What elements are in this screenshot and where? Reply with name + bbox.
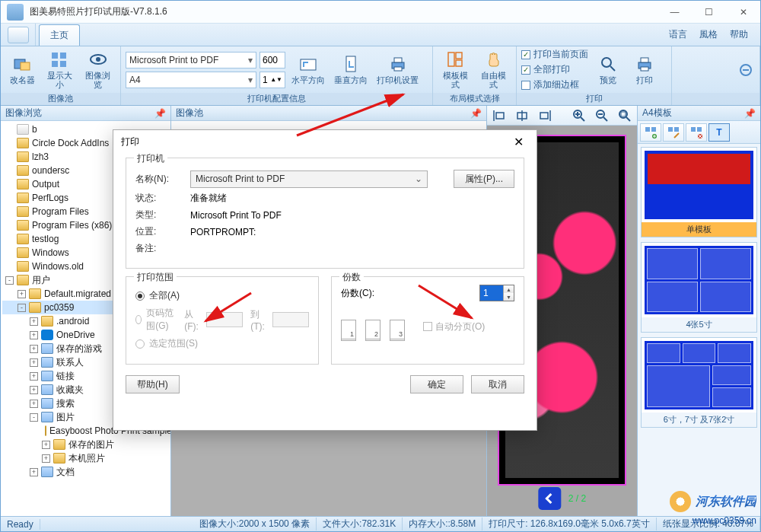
print-button[interactable]: 打印 — [628, 49, 661, 91]
dlg-location: PORTPROMPT: — [190, 227, 256, 237]
menu-language[interactable]: 语言 — [669, 28, 687, 41]
svg-rect-3 — [60, 53, 66, 59]
chk-border[interactable]: 添加细边框 — [521, 78, 588, 91]
pin-icon[interactable]: 📌 — [744, 108, 756, 119]
tree-item[interactable]: +文档 — [2, 465, 169, 479]
menu-help[interactable]: 帮助 — [730, 28, 748, 41]
dlg-properties-button[interactable]: 属性(P)... — [454, 170, 514, 188]
svg-text:T: T — [716, 127, 722, 138]
dpi-input[interactable]: 600 — [260, 52, 285, 68]
collapse-ribbon-icon[interactable] — [740, 64, 752, 76]
expander-icon[interactable]: + — [30, 372, 38, 381]
menubar: 主页 语言 風格 帮助 — [1, 24, 760, 46]
zoom-fit-button[interactable] — [616, 107, 634, 124]
expander-icon[interactable]: + — [30, 386, 38, 394]
expander-icon[interactable]: + — [30, 345, 38, 353]
ribbon: 改名器 显示大小 图像浏览 图像池 Microsoft Print to PDF… — [1, 46, 760, 106]
svg-rect-34 — [697, 127, 702, 132]
window-title: 图美易特照片打印试用版-V7.8.1.6 — [30, 5, 658, 18]
expander-icon[interactable]: + — [30, 331, 38, 339]
browse-button[interactable]: 图像浏览 — [81, 49, 116, 91]
orient-horizontal-button[interactable]: 水平方向 — [288, 49, 328, 91]
svg-rect-28 — [645, 127, 650, 132]
svg-line-22 — [581, 117, 584, 121]
menu-style[interactable]: 風格 — [699, 28, 718, 41]
dialog-title: 打印 — [121, 135, 139, 148]
zoom-out-button[interactable] — [593, 107, 611, 124]
spin-down-icon[interactable]: ▼ — [503, 293, 514, 301]
expander-icon[interactable]: + — [18, 290, 26, 298]
folder-icon — [29, 288, 41, 299]
dlg-cancel-button[interactable]: 取消 — [471, 375, 524, 393]
chk-current-page[interactable]: ✓打印当前页面 — [521, 48, 588, 61]
dlg-ok-button[interactable]: 确定 — [410, 375, 463, 393]
group-print-label: 打印 — [517, 93, 671, 105]
pool-pane-title: 图像池 — [176, 107, 203, 119]
align-right-button[interactable] — [536, 107, 554, 124]
tab-home[interactable]: 主页 — [39, 24, 80, 46]
align-left-button[interactable] — [490, 107, 508, 124]
tpl-del-button[interactable] — [686, 123, 707, 142]
portrait-icon — [340, 54, 361, 74]
folder-icon — [41, 412, 53, 422]
svg-rect-2 — [52, 53, 58, 59]
expander-icon[interactable]: + — [30, 468, 38, 476]
dlg-help-button[interactable]: 帮助(H) — [126, 375, 180, 393]
free-mode-button[interactable]: 自由模式 — [476, 49, 512, 91]
dialog-close-button[interactable]: ✕ — [508, 133, 529, 150]
folder-icon — [41, 384, 53, 395]
renamer-button[interactable]: 改名器 — [5, 49, 39, 91]
quick-access[interactable] — [1, 24, 36, 46]
ribbon-copies-input[interactable]: 1▲▼ — [260, 72, 285, 88]
svg-rect-19 — [641, 58, 648, 62]
tpl-card-single[interactable]: 单模板 — [641, 147, 757, 237]
status-filesize: 文件大小:782.31K — [317, 518, 403, 530]
expander-icon[interactable]: - — [18, 304, 26, 312]
tpl-add-button[interactable] — [640, 123, 661, 142]
expander-icon[interactable]: + — [42, 454, 50, 463]
folder-icon — [41, 330, 53, 340]
showsize-button[interactable]: 显示大小 — [42, 49, 78, 91]
maximize-button[interactable]: ☐ — [692, 2, 726, 23]
pin-icon[interactable]: 📌 — [154, 108, 166, 119]
tree-item[interactable]: +保存的图片 — [2, 438, 169, 451]
copies-input[interactable]: 1▲▼ — [479, 285, 514, 301]
printer-combo[interactable]: Microsoft Print to PDF▾ — [126, 52, 256, 68]
expander-icon[interactable]: + — [30, 317, 38, 326]
collate-sheet: 3 — [390, 320, 405, 339]
tpl-card-mixed[interactable]: 6寸，7寸 及7张2寸 — [641, 337, 757, 428]
expander-icon[interactable]: + — [30, 400, 38, 408]
printer-setup-button[interactable]: 打印机设置 — [374, 49, 422, 91]
paper-combo[interactable]: A4▾ — [126, 72, 256, 88]
folder-icon — [41, 371, 53, 381]
close-button[interactable]: ✕ — [726, 2, 760, 23]
checkbox-icon: ✓ — [521, 50, 530, 59]
folder-icon — [17, 234, 29, 244]
expander-icon[interactable]: - — [5, 276, 14, 285]
tree-item[interactable]: +本机照片 — [2, 451, 169, 465]
status-ready: Ready — [1, 519, 40, 530]
svg-rect-29 — [651, 127, 656, 132]
expander-icon[interactable]: + — [30, 358, 38, 367]
minimize-button[interactable]: — — [658, 2, 692, 23]
radio-all[interactable]: 全部(A) — [135, 289, 309, 302]
chk-all[interactable]: ✓全部打印 — [521, 63, 588, 76]
folder-icon — [17, 193, 29, 203]
prev-page-button[interactable] — [538, 487, 561, 510]
folder-icon — [29, 302, 41, 313]
tpl-edit-button[interactable] — [663, 123, 684, 142]
printer-icon — [634, 54, 655, 74]
orient-vertical-button[interactable]: 垂直方向 — [331, 49, 371, 91]
dlg-printer-combo[interactable]: Microsoft Print to PDF⌄ — [190, 170, 428, 188]
preview-button[interactable]: 预览 — [591, 49, 625, 91]
expander-icon[interactable]: - — [30, 413, 38, 422]
expander-icon[interactable]: + — [42, 441, 50, 449]
tpl-text-button[interactable]: T — [708, 123, 730, 142]
tpl-card-4x5[interactable]: 4张5寸 — [641, 242, 757, 333]
svg-rect-32 — [674, 127, 679, 132]
pin-icon[interactable]: 📌 — [470, 108, 482, 119]
zoom-in-button[interactable] — [570, 107, 588, 124]
align-center-button[interactable] — [513, 107, 531, 124]
spin-up-icon[interactable]: ▲ — [503, 285, 514, 293]
template-mode-button[interactable]: 模板模式 — [438, 49, 473, 91]
